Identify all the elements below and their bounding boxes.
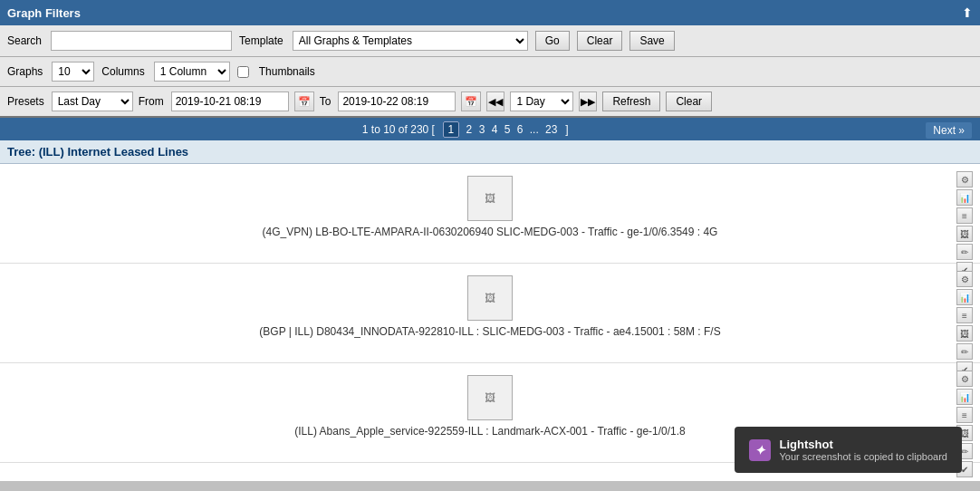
edit-icon-2[interactable]: ✏	[956, 343, 973, 360]
page-3[interactable]: 3	[479, 123, 485, 136]
gear-icon-2[interactable]: ⚙	[956, 271, 973, 287]
template-select[interactable]: All Graphs & Templates Graphs Only Templ…	[293, 31, 528, 51]
timespan-select[interactable]: 1 Hour 2 Hours 4 Hours 6 Hours 12 Hours …	[510, 91, 573, 111]
graph-thumbnail-2: 🖼	[467, 275, 513, 321]
pagination-bar: Next » 1 to 10 of 230 [ 1 2 3 4 5 6 ... …	[0, 118, 980, 140]
graph-image-icon-3: 🖼	[485, 391, 495, 404]
graphs-select[interactable]: 10 25 50 100	[52, 62, 94, 82]
save-button[interactable]: Save	[629, 31, 674, 51]
graph-filters-header: Graph Filters ⬆	[0, 0, 980, 25]
edit-icon-1[interactable]: ✏	[956, 244, 973, 260]
to-input[interactable]	[338, 91, 456, 111]
graph-item: 🖼 (4G_VPN) LB-BO-LTE-AMPARA-II-063020694…	[0, 164, 980, 264]
collapse-icon[interactable]: ⬆	[962, 5, 973, 20]
graph-placeholder-1: 🖼	[0, 171, 980, 226]
lightshot-title: Lightshot	[780, 438, 948, 451]
refresh-button[interactable]: Refresh	[602, 91, 660, 111]
image-icon-1[interactable]: 🖼	[956, 226, 973, 242]
page-last[interactable]: 23	[545, 123, 557, 136]
page-2[interactable]: 2	[466, 123, 473, 136]
graph-thumbnail-3: 🖼	[467, 375, 513, 420]
time-prev-button[interactable]: ◀◀	[486, 91, 504, 111]
list-icon-2[interactable]: ≡	[956, 307, 973, 323]
graph-image-icon-2: 🖼	[485, 292, 495, 304]
to-calendar-button[interactable]: 📅	[461, 91, 481, 111]
from-input[interactable]	[171, 91, 289, 111]
thumbnails-label: Thumbnails	[259, 65, 315, 78]
graph-item: 🖼 (BGP | ILL) D80434_INNODATA-922810-ILL…	[0, 264, 980, 363]
graph-title-2: (BGP | ILL) D80434_INNODATA-922810-ILL :…	[0, 325, 980, 338]
list-icon-3[interactable]: ≡	[956, 407, 973, 423]
go-button[interactable]: Go	[535, 31, 570, 51]
page-1-current[interactable]: 1	[443, 121, 460, 138]
graph-title-1: (4G_VPN) LB-BO-LTE-AMPARA-II-0630206940 …	[0, 226, 980, 238]
graph-placeholder-2: 🖼	[0, 271, 980, 325]
columns-label: Columns	[101, 65, 144, 78]
to-label: To	[320, 95, 331, 108]
chart-icon-3[interactable]: 📊	[956, 389, 973, 405]
time-next-button[interactable]: ▶▶	[579, 91, 597, 111]
graph-image-icon-1: 🖼	[485, 192, 495, 205]
search-label: Search	[7, 34, 42, 47]
image-icon-2[interactable]: 🖼	[956, 325, 973, 342]
gear-icon-3[interactable]: ⚙	[956, 371, 973, 387]
list-icon-1[interactable]: ≡	[956, 207, 973, 224]
lightshot-toast: ✦ Lightshot Your screenshot is copied to…	[735, 427, 963, 473]
graphs-label: Graphs	[7, 65, 43, 78]
presets-select[interactable]: Last Day Last Week Last Month Last Year	[52, 91, 133, 111]
template-label: Template	[239, 34, 283, 47]
thumbnails-checkbox[interactable]	[237, 66, 249, 78]
graph-filters-title: Graph Filters	[7, 6, 81, 20]
clear-button-2[interactable]: Clear	[666, 91, 712, 111]
graph-thumbnail-1: 🖼	[467, 176, 513, 221]
pagination-summary: 1 to 10 of 230 [ 1 2 3 4 5 6 ... 23 ]	[362, 123, 569, 136]
graph-placeholder-3: 🖼	[0, 371, 980, 425]
chart-icon-1[interactable]: 📊	[956, 189, 973, 206]
next-button[interactable]: Next »	[926, 122, 972, 139]
chart-icon-2[interactable]: 📊	[956, 289, 973, 305]
gear-icon-1[interactable]: ⚙	[956, 171, 973, 188]
from-label: From	[139, 95, 164, 108]
clear-button-1[interactable]: Clear	[577, 31, 623, 51]
page-6[interactable]: 6	[517, 123, 524, 136]
search-input[interactable]	[51, 31, 232, 51]
lightshot-text: Lightshot Your screenshot is copied to c…	[780, 438, 948, 462]
lightshot-subtitle: Your screenshot is copied to clipboard	[780, 451, 948, 462]
presets-label: Presets	[7, 95, 44, 108]
from-calendar-button[interactable]: 📅	[294, 91, 314, 111]
columns-select[interactable]: 1 Column 2 Columns 3 Columns	[154, 62, 230, 82]
page-4[interactable]: 4	[492, 123, 498, 136]
graph-icons-2: ⚙ 📊 ≡ 🖼 ✏ ✔	[956, 271, 973, 378]
lightshot-logo: ✦	[749, 439, 771, 461]
tree-label: Tree: (ILL) Internet Leased Lines	[0, 140, 980, 164]
page-5[interactable]: 5	[504, 123, 511, 136]
filter-row-presets: Presets Last Day Last Week Last Month La…	[0, 87, 980, 118]
graph-icons-1: ⚙ 📊 ≡ 🖼 ✏ ✔	[956, 171, 973, 278]
filter-row-graphs: Graphs 10 25 50 100 Columns 1 Column 2 C…	[0, 57, 980, 87]
filter-row-search: Search Template All Graphs & Templates G…	[0, 25, 980, 57]
page-ellipsis: ...	[530, 123, 539, 136]
